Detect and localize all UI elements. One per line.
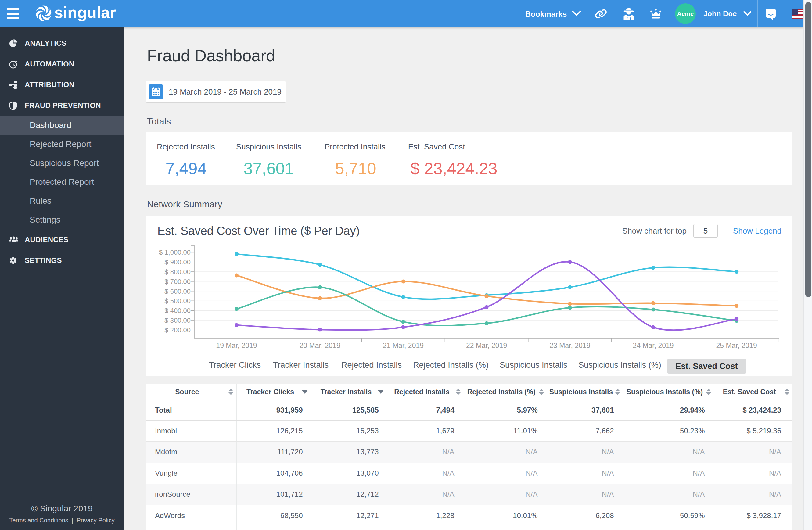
svg-text:24 Mar, 2019: 24 Mar, 2019 [633,341,673,350]
svg-text:20 Mar, 2019: 20 Mar, 2019 [300,341,340,350]
svg-text:$ 1,000.00: $ 1,000.00 [159,249,191,256]
svg-text:$ 200.00: $ 200.00 [164,326,191,334]
svg-text:$ 900.00: $ 900.00 [164,258,191,266]
svg-text:21 Mar, 2019: 21 Mar, 2019 [383,341,424,350]
svg-text:$ 800.00: $ 800.00 [164,268,191,276]
svg-text:19 Mar, 2019: 19 Mar, 2019 [216,341,257,350]
svg-text:$ 700.00: $ 700.00 [164,278,191,285]
svg-text:$ 500.00: $ 500.00 [164,297,191,305]
svg-text:$ 400.00: $ 400.00 [164,307,191,314]
svg-text:22 Mar, 2019: 22 Mar, 2019 [466,341,507,350]
svg-text:25 Mar, 2019: 25 Mar, 2019 [716,341,757,350]
svg-text:$ 600.00: $ 600.00 [164,288,191,295]
svg-text:$ 300.00: $ 300.00 [164,316,191,324]
svg-text:23 Mar, 2019: 23 Mar, 2019 [549,341,590,350]
